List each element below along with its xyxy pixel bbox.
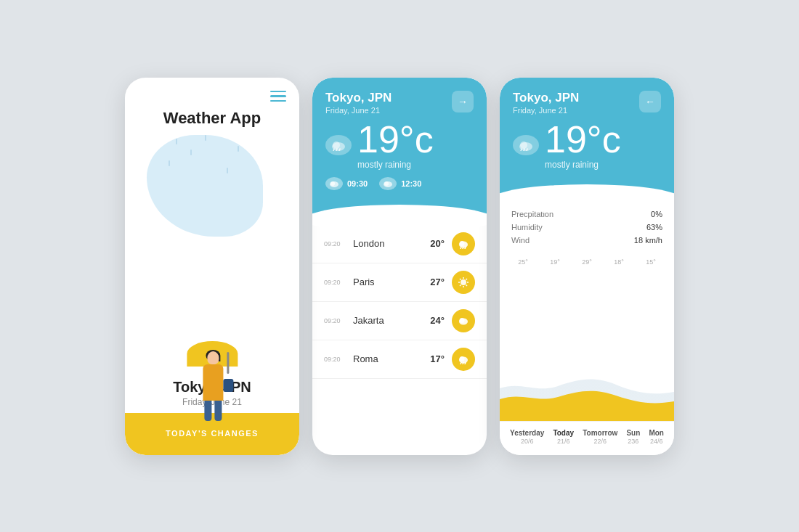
nav-label-today: Today <box>553 429 574 437</box>
app-title: Weather App <box>163 109 261 128</box>
leg-right <box>214 401 222 421</box>
next-button[interactable]: → <box>452 91 474 112</box>
stat-label-humidity: Humidity <box>511 223 543 232</box>
svg-line-29 <box>465 362 466 364</box>
city-date: Friday, June 21 <box>325 106 392 115</box>
svg-line-19 <box>460 279 461 280</box>
city-time: 09:20 <box>324 356 347 363</box>
city-row-jakarta[interactable]: 09:20 Jakarta 24° <box>312 302 487 340</box>
rain-drop <box>169 160 170 166</box>
person-bag <box>223 379 233 392</box>
nav-tomorrow[interactable]: Tomorrow 22/6 <box>583 429 617 445</box>
stat-value-humidity: 63% <box>646 223 662 232</box>
city-temp: 20° <box>430 238 445 249</box>
svg-point-26 <box>460 356 465 361</box>
city-temp: 17° <box>430 353 445 364</box>
stat-value-precip: 0% <box>651 210 662 218</box>
svg-line-32 <box>521 149 522 151</box>
wave-bottom <box>312 205 487 234</box>
svg-line-28 <box>463 362 463 364</box>
back-button[interactable]: ← <box>639 91 661 112</box>
city-temp: 24° <box>430 315 445 326</box>
chart-label-4: 15° <box>646 258 656 266</box>
screens-container: Weather App <box>103 56 696 477</box>
detail-condition: mostly raining <box>545 160 621 170</box>
rain-drop <box>238 146 239 152</box>
nav-sub-sun: 236 <box>626 438 640 445</box>
svg-line-33 <box>524 149 524 151</box>
time-item-2: 12:30 <box>379 177 421 190</box>
temperature: 19°c <box>357 120 434 158</box>
svg-point-10 <box>460 241 465 246</box>
screen-detail: Tokyo, JPN Friday, June 21 ← 19°c mostly… <box>500 78 674 455</box>
city-row-roma[interactable]: 09:20 Roma 17° <box>312 340 487 379</box>
detail-city-info: Tokyo, JPN Friday, June 21 <box>513 91 579 115</box>
city-row-paris[interactable]: 09:20 Paris 27° <box>312 263 487 302</box>
condition: mostly raining <box>357 160 434 170</box>
city-name-col: Roma <box>353 353 430 364</box>
nav-sub-tomorrow: 22/6 <box>583 438 617 445</box>
city-name-col: Paris <box>353 277 430 287</box>
svg-point-31 <box>520 142 527 149</box>
nav-today[interactable]: Today 21/6 <box>553 429 574 445</box>
svg-point-6 <box>330 181 335 186</box>
detail-city-name: Tokyo, JPN <box>513 91 579 105</box>
screen1-header <box>125 78 299 102</box>
detail-cloud-icon <box>513 135 539 155</box>
weather-header: Tokyo, JPN Friday, June 21 → 19°c mostly… <box>312 78 487 219</box>
svg-line-34 <box>527 149 527 151</box>
svg-line-21 <box>466 279 468 280</box>
menu-icon[interactable] <box>270 91 286 102</box>
city-info: Tokyo, JPN Friday, June 21 <box>325 91 392 115</box>
stat-wind: Wind 18 km/h <box>511 234 662 247</box>
stat-humidity: Humidity 63% <box>511 221 662 234</box>
detail-temp-row: 19°c mostly raining <box>513 120 661 170</box>
screen-today: Tokyo, JPN Friday, June 21 → 19°c mostly… <box>312 78 487 455</box>
temperature-chart: 25° 19° 29° 18° 15° <box>500 253 674 421</box>
rain-drop <box>190 150 192 155</box>
city-weather-icon <box>452 232 475 255</box>
rain-drop <box>205 135 206 141</box>
chart-svg <box>500 356 674 421</box>
person-legs <box>204 401 222 421</box>
detail-wave-bottom <box>500 184 674 213</box>
svg-line-11 <box>461 247 461 249</box>
chart-labels: 25° 19° 29° 18° 15° <box>500 258 674 266</box>
svg-point-14 <box>461 279 466 285</box>
nav-label-mon: Mon <box>649 429 664 437</box>
nav-sun[interactable]: Sun 236 <box>626 429 640 445</box>
nav-label-sun: Sun <box>626 429 640 437</box>
svg-point-8 <box>384 181 389 186</box>
temp-row: 19°c mostly raining <box>325 120 474 170</box>
rain-drop <box>227 168 228 173</box>
header-row: Tokyo, JPN Friday, June 21 → <box>325 91 474 115</box>
person-body <box>203 364 223 401</box>
detail-header-row: Tokyo, JPN Friday, June 21 ← <box>513 91 661 115</box>
chart-label-2: 29° <box>582 258 592 266</box>
city-time: 09:20 <box>324 240 347 247</box>
weather-cloud-icon <box>325 135 352 155</box>
nav-label-tomorrow: Tomorrow <box>583 429 617 437</box>
detail-temperature: 19°c <box>545 120 621 158</box>
nav-yesterday[interactable]: Yesterday 20/6 <box>510 429 544 445</box>
nav-mon[interactable]: Mon 24/6 <box>649 429 664 445</box>
svg-line-22 <box>460 285 461 286</box>
illustration-area <box>125 128 299 379</box>
svg-point-24 <box>460 318 465 323</box>
nav-sub-yesterday: 20/6 <box>510 438 544 445</box>
svg-line-27 <box>461 362 461 364</box>
svg-line-3 <box>336 149 337 151</box>
svg-line-12 <box>463 247 463 249</box>
city-weather-icon <box>452 348 475 371</box>
person-figure <box>203 328 223 364</box>
city-weather-icon <box>452 271 475 294</box>
nav-label-yesterday: Yesterday <box>510 429 544 437</box>
chart-label-0: 25° <box>518 258 528 266</box>
detail-header: Tokyo, JPN Friday, June 21 ← 19°c mostly… <box>500 78 674 199</box>
person-head <box>207 351 219 364</box>
stat-label-wind: Wind <box>511 236 530 245</box>
time-1: 09:30 <box>347 179 368 188</box>
umbrella-handle <box>227 352 229 374</box>
svg-line-13 <box>465 247 466 249</box>
time-row: 09:30 12:30 <box>325 177 474 190</box>
